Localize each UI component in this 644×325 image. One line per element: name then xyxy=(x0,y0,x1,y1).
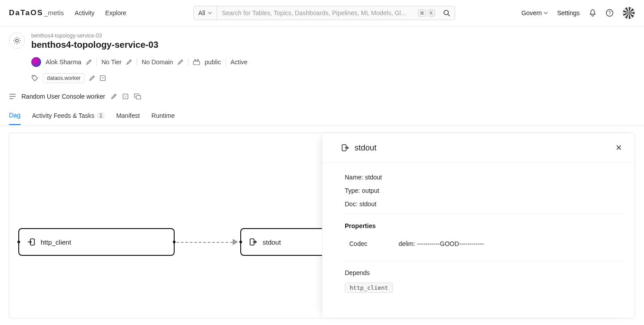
type-value: output xyxy=(362,187,379,194)
right-nav: Govern Settings ? xyxy=(521,7,635,19)
user-avatar[interactable] xyxy=(623,7,635,19)
search-bar: All ⌘ K xyxy=(193,6,455,20)
domain-value[interactable]: No Domain xyxy=(142,58,173,66)
entity-header: benthos4-topology-service-03 benthos4-to… xyxy=(0,26,644,83)
search-scope-label: All xyxy=(198,9,205,17)
owner-avatar xyxy=(31,57,41,67)
bell-icon xyxy=(589,9,597,17)
panel-doc-row: Doc: stdout xyxy=(345,200,622,208)
tab-bar: Dag Activity Feeds & Tasks 1 Manifest Ru… xyxy=(0,100,644,125)
edit-icon[interactable] xyxy=(111,93,117,100)
breadcrumb[interactable]: benthos4-topology-service-03 xyxy=(31,33,635,39)
status-value: Active xyxy=(230,58,247,66)
help-icon: ? xyxy=(606,9,614,17)
gear-icon xyxy=(13,36,21,45)
dag-node-stdout[interactable]: stdout xyxy=(240,228,322,256)
settings-link[interactable]: Settings xyxy=(557,9,580,17)
nav-activity[interactable]: Activity xyxy=(75,9,94,17)
edit-icon[interactable] xyxy=(177,59,184,65)
svg-text:?: ? xyxy=(608,11,611,16)
input-icon xyxy=(27,238,35,246)
name-label: Name: xyxy=(345,174,363,181)
property-row-codec: Codec delim: -----------GOOD------------ xyxy=(345,238,622,257)
workspace-icon xyxy=(193,59,200,65)
tab-label: Runtime xyxy=(151,112,175,119)
node-port-left xyxy=(17,241,20,243)
workspace-value[interactable]: public xyxy=(205,58,221,66)
depends-heading: Depends xyxy=(345,269,622,276)
doc-value: stdout xyxy=(360,200,376,208)
tab-activity-feeds[interactable]: Activity Feeds & Tasks 1 xyxy=(32,112,105,125)
help-button[interactable]: ? xyxy=(606,9,614,17)
divider xyxy=(345,214,622,214)
nav-explore[interactable]: Explore xyxy=(105,9,126,17)
divider xyxy=(137,58,137,66)
primary-nav: Activity Explore xyxy=(75,9,126,17)
depends-chip[interactable]: http_client xyxy=(345,283,393,293)
entity-type-icon xyxy=(9,33,25,49)
node-label: stdout xyxy=(263,238,281,246)
comment-icon[interactable] xyxy=(134,93,141,100)
dag-canvas[interactable]: http_client stdout xyxy=(9,133,322,318)
output-icon xyxy=(341,144,349,152)
govern-dropdown[interactable]: Govern xyxy=(521,9,548,17)
tier-value[interactable]: No Tier xyxy=(101,58,121,66)
search-scope-dropdown[interactable]: All xyxy=(194,6,217,20)
chevron-down-icon xyxy=(544,12,548,14)
property-value: delim: -----------GOOD------------ xyxy=(398,240,484,247)
panel-title: stdout xyxy=(355,143,376,153)
notifications-button[interactable] xyxy=(589,9,597,17)
panel-body: Name: stdout Type: output Doc: stdout Pr… xyxy=(322,163,635,293)
type-label: Type: xyxy=(345,187,360,194)
request-icon[interactable]: ? xyxy=(100,75,106,81)
description-text: Random User Console worker xyxy=(21,93,105,100)
description-icon xyxy=(9,93,16,100)
tab-dag[interactable]: Dag xyxy=(9,112,21,125)
edit-icon[interactable] xyxy=(126,59,132,65)
property-key: Codec xyxy=(349,240,367,247)
panel-name-row: Name: stdout xyxy=(345,174,622,181)
tab-label: Manifest xyxy=(116,112,140,119)
divider xyxy=(345,261,622,261)
search-shortcut: ⌘ K xyxy=(418,9,435,17)
panel-close-button[interactable]: ✕ xyxy=(615,143,622,153)
svg-point-4 xyxy=(16,39,18,42)
search-input[interactable] xyxy=(217,9,418,17)
node-port-left xyxy=(239,241,242,243)
tab-label: Activity Feeds & Tasks xyxy=(32,112,95,119)
panel-header: stdout ✕ xyxy=(322,133,635,163)
edit-icon[interactable] xyxy=(86,59,92,65)
top-bar: DaTaOS _metis Activity Explore All ⌘ K G… xyxy=(0,0,644,26)
logo-text: DaTaOS xyxy=(9,8,43,17)
node-detail-panel: stdout ✕ Name: stdout Type: output Doc: … xyxy=(322,133,635,318)
kbd-k: K xyxy=(428,9,435,17)
svg-point-8 xyxy=(33,76,34,77)
tag-icon xyxy=(31,75,38,82)
request-icon[interactable]: ? xyxy=(122,93,129,100)
doc-label: Doc: xyxy=(345,200,358,208)
svg-point-7 xyxy=(197,59,199,61)
svg-text:?: ? xyxy=(102,76,104,80)
svg-point-6 xyxy=(195,59,196,61)
entity-info: benthos4-topology-service-03 benthos4-to… xyxy=(31,33,635,83)
divider xyxy=(188,58,188,66)
tab-manifest[interactable]: Manifest xyxy=(116,112,140,125)
tab-runtime[interactable]: Runtime xyxy=(151,112,175,125)
dag-container: http_client stdout stdout ✕ Name: stdout… xyxy=(9,133,635,318)
entity-meta-row: Alok Sharma No Tier No Domain public Act… xyxy=(31,57,635,67)
svg-point-0 xyxy=(444,10,448,15)
tag-chip[interactable]: dataos.worker xyxy=(43,73,84,83)
svg-text:?: ? xyxy=(124,95,126,99)
description-row: Random User Console worker ? xyxy=(0,83,644,100)
logo[interactable]: DaTaOS _metis xyxy=(9,8,64,17)
dag-node-http-client[interactable]: http_client xyxy=(18,228,175,256)
search-button[interactable] xyxy=(439,6,455,20)
edit-icon[interactable] xyxy=(89,75,95,81)
properties-heading: Properties xyxy=(345,222,622,229)
owner-name[interactable]: Alok Sharma xyxy=(46,58,81,66)
chevron-down-icon xyxy=(208,12,212,14)
svg-rect-17 xyxy=(136,96,141,99)
node-label: http_client xyxy=(41,238,71,246)
entity-title: benthos4-topology-service-03 xyxy=(31,40,635,50)
tag-row: dataos.worker ? xyxy=(31,73,635,83)
